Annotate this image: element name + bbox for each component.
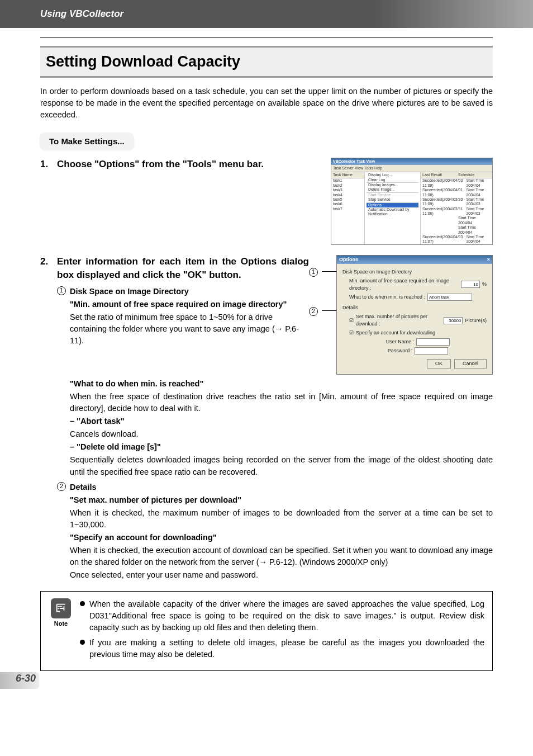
note-2-text: If you are making a setting to delete ol…: [89, 637, 484, 660]
subheading: To Make Settings...: [40, 133, 134, 150]
pictures-unit: Picture(s): [465, 317, 487, 324]
item1-opt1-label: – "Abort task": [70, 415, 493, 427]
step-1: 1. Choose "Options" from the "Tools" men…: [40, 158, 493, 245]
group-details: Details ☑ Set max. number of pictures pe…: [342, 304, 487, 355]
task-view-title: VBCollector Task View: [331, 158, 492, 165]
task-row[interactable]: task4: [331, 193, 364, 197]
menu-item: Start Service: [367, 192, 418, 197]
task-row[interactable]: task5: [331, 197, 364, 202]
maxpics-spinner[interactable]: 30000: [444, 317, 463, 324]
schedule-cell: Start Time 2004/03: [464, 207, 492, 216]
menu-item[interactable]: Display Images...: [367, 182, 418, 187]
reached-select[interactable]: Abort task: [427, 294, 472, 301]
username-input[interactable]: [416, 338, 450, 346]
menu-item-options[interactable]: Options...: [367, 202, 418, 207]
min-space-label: Min. amount of free space required on im…: [349, 277, 459, 292]
schedule-cell: Start Time 2004/04: [464, 178, 492, 188]
schedule-cell: Start Time 2004/04: [464, 235, 492, 244]
item1-p2: When the free space of destination drive…: [70, 391, 493, 414]
password-label: Password :: [388, 347, 413, 355]
task-view-menubar[interactable]: Task Server View Tools Help: [331, 165, 492, 172]
result-cell: Succeeded(2004/04/01 11:08): [421, 188, 464, 197]
item2-p1: When it is checked, the maximum number o…: [70, 507, 493, 531]
options-dialog: Options × Disk Space on Image Directory …: [336, 255, 493, 375]
step-2: 2. Enter information for each item in th…: [40, 255, 493, 581]
note-box: Note When the available capacity of the …: [40, 591, 493, 671]
schedule-cell: Start Time 2004/04: [456, 225, 492, 235]
item1-opt1-text: Cancels download.: [70, 428, 493, 440]
result-cell: Succeeded(2004/03/31 11:06): [421, 207, 464, 216]
item1-label: Disk Space on Image Directory: [70, 286, 189, 297]
circled-2-icon: 2: [57, 482, 66, 491]
col-result-head: Last Result: [421, 172, 456, 178]
col-taskname-head: Task Name: [331, 172, 364, 178]
maxpics-label: Set max. number of pictures per download…: [356, 313, 441, 328]
task-row[interactable]: task3: [331, 188, 364, 192]
leader-line: [322, 271, 336, 272]
close-icon[interactable]: ×: [487, 256, 490, 263]
min-space-spinner[interactable]: 10: [461, 281, 480, 288]
item1-opt2-text: Sequentially deletes downloaded images b…: [70, 454, 493, 478]
step-1-number: 1.: [40, 158, 57, 245]
bullet-icon: [80, 601, 85, 606]
password-input[interactable]: [415, 347, 448, 355]
options-dialog-title: Options: [339, 256, 358, 263]
result-cell: Succeeded(2004/03/30 11:09): [421, 197, 464, 207]
task-row[interactable]: task6: [331, 202, 364, 206]
step-1-headline: Choose "Options" from the "Tools" menu b…: [57, 158, 325, 172]
note-1-text: When the available capacity of the drive…: [89, 598, 484, 634]
callout-2-icon: 2: [309, 307, 318, 316]
note-label: Note: [49, 620, 73, 629]
result-cell: [421, 225, 456, 235]
leader-line: [322, 310, 336, 311]
menu-item[interactable]: Clear Log: [367, 178, 418, 182]
username-label: User Name :: [386, 338, 415, 346]
step-2-headline: Enter information for each item in the O…: [57, 255, 309, 282]
breadcrumb: Using VBCollector: [40, 7, 123, 21]
callout-1-icon: 1: [309, 268, 318, 277]
task-view-window: VBCollector Task View Task Server View T…: [331, 158, 493, 245]
menu-item[interactable]: Delete Image...: [367, 187, 418, 192]
checkbox-icon[interactable]: ☑: [349, 329, 354, 337]
checkbox-icon[interactable]: ☑: [349, 317, 354, 324]
item2-q2: "Specify an account for downloading": [70, 532, 493, 544]
section-title-bar: Setting Download Capacity: [40, 46, 493, 78]
schedule-cell: Start Time 2004/03: [464, 197, 492, 207]
item2-label: Details: [70, 481, 97, 493]
result-cell: Succeeded(2004/04/03 11:09): [421, 178, 464, 188]
ok-button[interactable]: OK: [427, 359, 451, 368]
task-row[interactable]: task7: [331, 207, 364, 211]
menu-item[interactable]: Automatic Download by Notification...: [367, 207, 418, 217]
item1-q2: "What to do when min. is reached": [70, 378, 493, 390]
reached-label: What to do when min. is reached :: [349, 294, 425, 301]
task-row[interactable]: task1: [331, 178, 364, 183]
menu-item[interactable]: Display Log...: [367, 173, 418, 177]
group1-label: Disk Space on Image Directory: [342, 268, 487, 276]
header-bar: Using VBCollector: [0, 0, 533, 28]
header-rule: [40, 37, 493, 38]
page-number: 6-30: [16, 671, 36, 686]
group2-label: Details: [342, 304, 487, 311]
item1-q1: "Min. amount of free space required on i…: [70, 299, 309, 310]
account-label: Specify an account for downloading: [356, 329, 435, 337]
item1-opt2-label: – "Delete old image [s]": [70, 441, 493, 453]
result-cell: Succeeded(2004/04/03 11:07): [421, 235, 464, 244]
group-disk-space: Disk Space on Image Directory Min. amoun…: [342, 268, 487, 301]
note-icon: [51, 598, 71, 618]
cancel-button[interactable]: Cancel: [454, 359, 487, 368]
circled-1-icon: 1: [57, 286, 66, 295]
task-row[interactable]: task2: [331, 183, 364, 188]
tools-menu-dropdown[interactable]: Display Log... Clear Log Display Images.…: [365, 172, 421, 244]
col-schedule-head: Schedule: [456, 172, 492, 178]
intro-paragraph: In order to perform downloads based on a…: [40, 86, 493, 121]
item2-p3: Once selected, enter your user name and …: [70, 569, 493, 581]
menu-item[interactable]: Stop Service: [367, 197, 418, 202]
item2-p2: When it is checked, the execution accoun…: [70, 545, 493, 568]
bullet-icon: [80, 640, 85, 645]
item2-q1: "Set max. number of pictures per downloa…: [70, 494, 493, 506]
percent-unit: %: [482, 281, 487, 288]
schedule-cell: Start Time 2004/04: [464, 188, 492, 197]
result-cell: [421, 216, 456, 225]
schedule-cell: Start Time 2004/04: [456, 216, 492, 225]
section-title: Setting Download Capacity: [46, 51, 487, 73]
